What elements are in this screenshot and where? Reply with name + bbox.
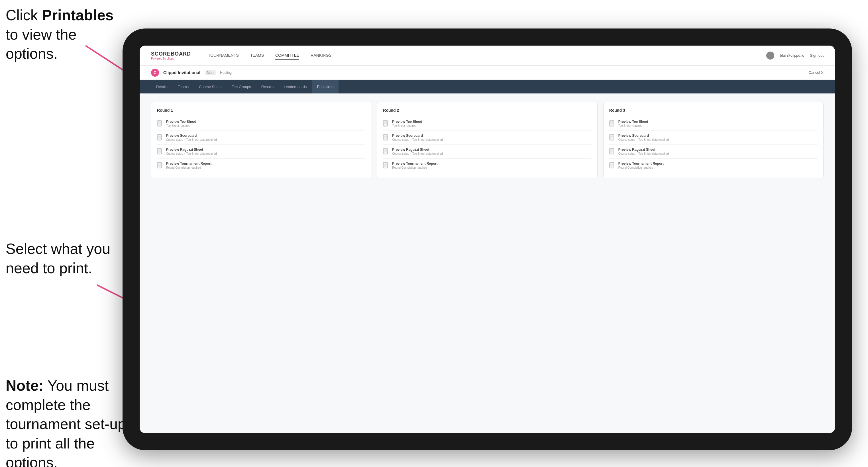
round-title-1: Round 1 <box>157 108 365 113</box>
print-item-subtitle: Course setup + Tee Sheet data required <box>166 152 217 155</box>
user-email: blair@clippd.io <box>780 53 804 58</box>
top-nav-items: TOURNAMENTS TEAMS COMMITTEE RANKINGS <box>208 52 766 60</box>
document-icon <box>157 148 163 156</box>
print-item-text: Preview Tournament ReportRound Completio… <box>392 161 437 169</box>
annotation-bottom-text: Note: You must complete the tournament s… <box>6 377 126 467</box>
print-item-title: Preview Raguzzi Sheet <box>392 148 442 152</box>
print-item-2-3[interactable]: Preview Raguzzi SheetCourse setup + Tee … <box>383 145 591 159</box>
print-item-subtitle: Round Completion required <box>618 166 664 169</box>
print-item-subtitle: Course setup + Tee Sheet data required <box>618 138 669 141</box>
top-nav: SCOREBOARD Powered by clippd TOURNAMENTS… <box>140 45 835 65</box>
sign-out-link[interactable]: Sign out <box>810 53 824 58</box>
document-icon <box>609 148 616 156</box>
document-icon <box>609 162 616 169</box>
svg-rect-15 <box>610 162 614 168</box>
tournament-badge: Men <box>205 70 216 75</box>
print-item-subtitle: Course setup + Tee Sheet data required <box>618 152 669 155</box>
print-item-3-1[interactable]: Preview Tee SheetTee Sheet required <box>609 117 817 131</box>
tournament-name: Clippd Invitational <box>163 70 200 75</box>
print-item-2-4[interactable]: Preview Tournament ReportRound Completio… <box>383 159 591 173</box>
document-icon <box>157 162 163 169</box>
print-item-text: Preview Tee SheetTee Sheet required <box>166 120 196 127</box>
print-item-subtitle: Course setup + Tee Sheet data required <box>392 152 442 155</box>
print-item-text: Preview Tee SheetTee Sheet required <box>392 120 422 127</box>
print-item-3-2[interactable]: Preview ScorecardCourse setup + Tee Shee… <box>609 131 817 145</box>
top-nav-right: blair@clippd.io Sign out <box>766 52 824 60</box>
print-item-title: Preview Scorecard <box>166 134 217 137</box>
print-item-title: Preview Tee Sheet <box>166 120 196 124</box>
print-item-text: Preview Raguzzi SheetCourse setup + Tee … <box>618 148 669 155</box>
nav-rankings[interactable]: RANKINGS <box>311 52 332 60</box>
svg-rect-9 <box>383 134 388 140</box>
tablet-frame: SCOREBOARD Powered by clippd TOURNAMENTS… <box>123 29 852 450</box>
annotation-top: Click Printables to view the options. <box>6 6 114 64</box>
annotation-middle: Select what you need to print. <box>6 239 114 278</box>
print-item-1-4[interactable]: Preview Tournament ReportRound Completio… <box>157 159 365 173</box>
tab-details[interactable]: Details <box>151 80 173 93</box>
cancel-button[interactable]: Cancel X <box>808 70 824 75</box>
tab-tee-groups[interactable]: Tee Groups <box>227 80 256 93</box>
print-item-text: Preview ScorecardCourse setup + Tee Shee… <box>392 134 442 141</box>
svg-rect-11 <box>383 162 388 168</box>
svg-rect-8 <box>383 121 388 126</box>
annotation-bold: Printables <box>42 7 114 23</box>
document-icon <box>157 134 163 142</box>
print-item-subtitle: Tee Sheet required <box>392 124 422 127</box>
print-item-title: Preview Tournament Report <box>392 161 437 165</box>
print-item-text: Preview ScorecardCourse setup + Tee Shee… <box>618 134 669 141</box>
round-column-1: Round 1 Preview Tee SheetTee Sheet requi… <box>151 102 371 178</box>
print-item-text: Preview Tournament ReportRound Completio… <box>166 161 212 169</box>
tab-leaderboards[interactable]: Leaderboards <box>279 80 312 93</box>
svg-rect-14 <box>610 149 614 154</box>
print-item-1-3[interactable]: Preview Raguzzi SheetCourse setup + Tee … <box>157 145 365 159</box>
round-title-2: Round 2 <box>383 108 591 113</box>
print-item-text: Preview ScorecardCourse setup + Tee Shee… <box>166 134 217 141</box>
tab-results[interactable]: Results <box>256 80 279 93</box>
tab-printables[interactable]: Printables <box>312 80 339 93</box>
document-icon <box>609 134 616 142</box>
svg-rect-12 <box>610 121 614 126</box>
svg-rect-10 <box>383 149 388 154</box>
annotation-bottom: Note: You must complete the tournament s… <box>6 376 128 467</box>
document-icon <box>157 120 163 128</box>
annotation-top-text: Click Printables to view the options. <box>6 7 114 62</box>
print-item-text: Preview Raguzzi SheetCourse setup + Tee … <box>392 148 442 155</box>
print-item-subtitle: Course setup + Tee Sheet data required <box>166 138 217 141</box>
print-item-title: Preview Raguzzi Sheet <box>618 148 669 152</box>
document-icon <box>383 148 389 156</box>
print-item-text: Preview Tournament ReportRound Completio… <box>618 161 664 169</box>
tab-teams[interactable]: Teams <box>173 80 194 93</box>
tab-course-setup[interactable]: Course Setup <box>194 80 227 93</box>
print-item-1-2[interactable]: Preview ScorecardCourse setup + Tee Shee… <box>157 131 365 145</box>
print-item-2-2[interactable]: Preview ScorecardCourse setup + Tee Shee… <box>383 131 591 145</box>
tournament-status: Hosting <box>220 71 232 75</box>
scoreboard-logo: SCOREBOARD Powered by clippd <box>151 51 191 60</box>
nav-tournaments[interactable]: TOURNAMENTS <box>208 52 239 60</box>
print-item-title: Preview Tournament Report <box>618 161 664 165</box>
print-item-title: Preview Tee Sheet <box>392 120 422 124</box>
print-item-title: Preview Tournament Report <box>166 161 212 165</box>
print-item-subtitle: Tee Sheet required <box>166 124 196 127</box>
logo-sub: Powered by clippd <box>151 57 191 60</box>
print-item-2-1[interactable]: Preview Tee SheetTee Sheet required <box>383 117 591 131</box>
print-item-1-1[interactable]: Preview Tee SheetTee Sheet required <box>157 117 365 131</box>
print-item-subtitle: Tee Sheet required <box>618 124 648 127</box>
svg-rect-4 <box>157 121 162 126</box>
print-item-3-4[interactable]: Preview Tournament ReportRound Completio… <box>609 159 817 173</box>
print-item-3-3[interactable]: Preview Raguzzi SheetCourse setup + Tee … <box>609 145 817 159</box>
svg-rect-13 <box>610 134 614 140</box>
print-item-subtitle: Round Completion required <box>392 166 437 169</box>
sub-nav: Details Teams Course Setup Tee Groups Re… <box>140 80 835 93</box>
svg-rect-5 <box>157 134 162 140</box>
print-item-title: Preview Tee Sheet <box>618 120 648 124</box>
svg-rect-6 <box>157 149 162 154</box>
print-item-text: Preview Raguzzi SheetCourse setup + Tee … <box>166 148 217 155</box>
document-icon <box>383 162 389 169</box>
nav-committee[interactable]: COMMITTEE <box>275 52 299 60</box>
nav-teams[interactable]: TEAMS <box>250 52 264 60</box>
print-item-text: Preview Tee SheetTee Sheet required <box>618 120 648 127</box>
tablet-screen: SCOREBOARD Powered by clippd TOURNAMENTS… <box>140 45 835 433</box>
print-item-subtitle: Round Completion required <box>166 166 212 169</box>
tournament-header: C Clippd Invitational Men Hosting Cancel… <box>140 65 835 80</box>
round-column-2: Round 2 Preview Tee SheetTee Sheet requi… <box>377 102 597 178</box>
